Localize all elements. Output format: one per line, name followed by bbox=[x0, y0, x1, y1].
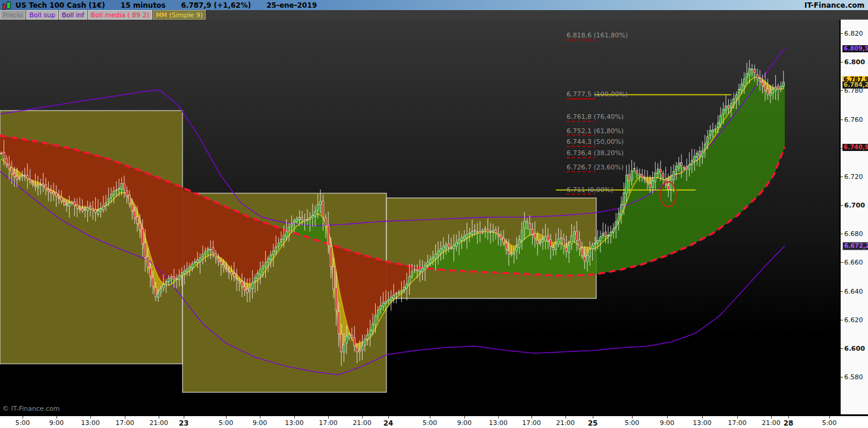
time-label-900: 9:00 bbox=[49, 419, 64, 427]
candle-body bbox=[372, 324, 374, 331]
candle-body bbox=[388, 300, 389, 301]
candle-body bbox=[644, 179, 646, 180]
time-label-1700: 17:00 bbox=[522, 419, 541, 427]
candle-body bbox=[589, 250, 591, 257]
candle-body bbox=[320, 202, 322, 204]
price-axis[interactable]: 6.8206.8006.7806.7606.7406.7206.7006.680… bbox=[839, 20, 868, 414]
candle-body bbox=[40, 185, 42, 185]
time-tick bbox=[294, 416, 295, 418]
candle-body bbox=[534, 233, 536, 238]
candle-body bbox=[401, 291, 402, 292]
candle-body bbox=[251, 282, 253, 289]
candle-body bbox=[623, 193, 625, 205]
candle-body bbox=[79, 209, 81, 210]
candle-body bbox=[725, 106, 727, 110]
candle-body bbox=[278, 243, 279, 246]
candle-body bbox=[759, 79, 761, 81]
candle-body bbox=[160, 289, 162, 292]
candle-body bbox=[100, 209, 102, 211]
time-tick bbox=[260, 416, 260, 418]
candle-body bbox=[288, 228, 290, 231]
fib-label-3: 6.761,8 (76,40%) bbox=[567, 113, 624, 121]
time-label-23: 23 bbox=[179, 419, 189, 427]
candle-body bbox=[482, 230, 483, 232]
candle-body bbox=[448, 244, 449, 247]
toolbar-button-boll-sup[interactable]: Boll sup bbox=[26, 10, 58, 20]
candle-body bbox=[8, 164, 10, 169]
time-label-24: 24 bbox=[383, 419, 394, 427]
candle-body bbox=[246, 289, 248, 293]
candle-body bbox=[265, 263, 266, 267]
candle-body bbox=[137, 217, 139, 224]
candle-body bbox=[453, 245, 455, 249]
candle-body bbox=[738, 90, 740, 93]
time-tick bbox=[771, 416, 772, 418]
toolbar-button-precio[interactable]: Precio bbox=[0, 10, 26, 20]
candle-body bbox=[202, 254, 204, 256]
time-label-2100: 21:00 bbox=[149, 419, 168, 427]
candle-body bbox=[743, 79, 745, 86]
candle-body bbox=[563, 239, 565, 246]
time-label-1300: 13:00 bbox=[693, 419, 712, 427]
candle-body bbox=[505, 243, 507, 249]
boll-media-tag: 6.740,9 bbox=[842, 144, 868, 151]
candle-body bbox=[24, 175, 26, 175]
candle-body bbox=[176, 278, 178, 279]
brand-link[interactable]: IT-Finance.com bbox=[804, 1, 864, 10]
candle-body bbox=[458, 240, 460, 243]
candle-body bbox=[498, 234, 499, 236]
candle-body bbox=[165, 281, 167, 283]
candle-body bbox=[42, 184, 44, 186]
candle-body bbox=[490, 232, 492, 232]
candle-body bbox=[393, 295, 395, 299]
candle-body bbox=[163, 285, 165, 288]
candle-body bbox=[545, 236, 546, 241]
candle-body bbox=[560, 237, 562, 238]
toolbar-button-boll-media-89-2[interactable]: Boll media ( 89 2) bbox=[88, 10, 152, 20]
candle-body bbox=[346, 336, 348, 343]
candle-body bbox=[254, 278, 256, 281]
candle-body bbox=[32, 183, 34, 184]
title-bar: US Tech 100 Cash (1€) 15 minutos 6.787,9… bbox=[0, 0, 868, 10]
time-tick bbox=[632, 416, 633, 418]
candle-body bbox=[113, 191, 115, 195]
time-label-1300: 13:00 bbox=[489, 419, 508, 427]
candle-body bbox=[105, 203, 107, 205]
candle-body bbox=[212, 248, 214, 253]
chart-application: US Tech 100 Cash (1€) 15 minutos 6.787,9… bbox=[0, 0, 868, 428]
time-tick bbox=[388, 416, 389, 418]
candle-body bbox=[53, 192, 55, 194]
candle-body bbox=[521, 231, 523, 241]
time-label-900: 9:00 bbox=[660, 419, 675, 427]
candle-body bbox=[194, 262, 196, 262]
candle-body bbox=[369, 330, 371, 335]
candle-body bbox=[377, 310, 379, 316]
candle-body bbox=[21, 176, 23, 177]
candle-body bbox=[343, 344, 345, 352]
chart-canvas[interactable]: 6.818,6 (161,80%)6.777,5 (100,00%)6.761,… bbox=[0, 20, 839, 414]
candle-body bbox=[655, 173, 656, 181]
candle-body bbox=[442, 246, 444, 250]
candle-body bbox=[511, 254, 512, 255]
candle-body bbox=[756, 74, 758, 78]
time-label-500: 5:00 bbox=[625, 419, 640, 427]
timeframe-label[interactable]: 15 minutos bbox=[121, 1, 166, 10]
candle-body bbox=[438, 251, 439, 254]
candle-body bbox=[296, 219, 298, 221]
time-axis[interactable]: 5:009:0013:0017:0021:00235:009:0013:0017… bbox=[0, 414, 868, 428]
candle-body bbox=[181, 273, 183, 275]
candle-body bbox=[74, 202, 76, 205]
candle-body bbox=[158, 294, 159, 298]
toolbar-button-boll-inf[interactable]: Boll inf bbox=[59, 10, 87, 20]
toolbar-button-mm-simple-9[interactable]: MM (Simple 9) bbox=[153, 10, 206, 20]
candle-body bbox=[6, 159, 8, 164]
candle-body bbox=[696, 153, 698, 157]
candle-body bbox=[406, 284, 408, 288]
time-label-500: 5:00 bbox=[15, 419, 30, 427]
chart-plot-area[interactable]: 6.818,6 (161,80%)6.777,5 (100,00%)6.761,… bbox=[0, 20, 839, 414]
candle-body bbox=[550, 240, 552, 246]
candle-body bbox=[547, 235, 549, 241]
candle-body bbox=[639, 174, 640, 176]
candle-body bbox=[668, 185, 669, 189]
candle-body bbox=[223, 265, 225, 268]
